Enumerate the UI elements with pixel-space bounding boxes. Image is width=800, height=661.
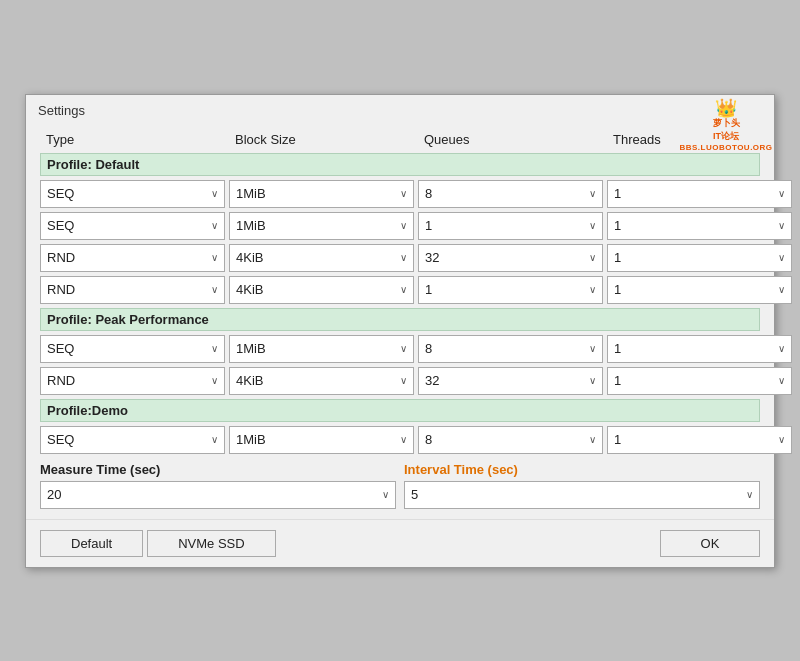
button-row: Default NVMe SSD OK (26, 519, 774, 567)
queues-dropdown-demo1[interactable]: 8∨ (418, 426, 603, 454)
blocksize-dropdown-d3[interactable]: 4KiB∨ (229, 244, 414, 272)
type-dropdown-d2[interactable]: SEQ∨ (40, 212, 225, 240)
chevron-down-icon: ∨ (400, 252, 407, 263)
profile-default-label: Profile: Default (40, 153, 760, 176)
table-row: RND∨ 4KiB∨ 32∨ 1∨ (40, 244, 760, 272)
interval-time-group: Interval Time (sec) 5 ∨ (404, 462, 760, 509)
button-spacer (280, 530, 656, 557)
chevron-down-icon: ∨ (778, 188, 785, 199)
profile-demo-section: Profile:Demo SEQ∨ 1MiB∨ 8∨ 1∨ (40, 399, 760, 454)
table-row: RND∨ 4KiB∨ 32∨ 1∨ (40, 367, 760, 395)
chevron-down-icon: ∨ (400, 343, 407, 354)
time-settings: Measure Time (sec) 20 ∨ Interval Time (s… (40, 462, 760, 509)
chevron-down-icon: ∨ (589, 284, 596, 295)
table-row: SEQ∨ 1MiB∨ 8∨ 1∨ (40, 426, 760, 454)
threads-dropdown-d1[interactable]: 1∨ (607, 180, 792, 208)
chevron-down-icon: ∨ (589, 343, 596, 354)
interval-time-dropdown[interactable]: 5 ∨ (404, 481, 760, 509)
chevron-down-icon: ∨ (589, 375, 596, 386)
table-row: RND∨ 4KiB∨ 1∨ 1∨ (40, 276, 760, 304)
table-row: SEQ∨ 1MiB∨ 8∨ 1∨ (40, 180, 760, 208)
threads-dropdown-d3[interactable]: 1∨ (607, 244, 792, 272)
queues-dropdown-d4[interactable]: 1∨ (418, 276, 603, 304)
chevron-down-icon: ∨ (382, 489, 389, 500)
settings-dialog: Settings 👑 萝卜头IT论坛 BBS.LUOBOTOU.ORG Type… (25, 94, 775, 568)
measure-time-group: Measure Time (sec) 20 ∨ (40, 462, 396, 509)
blocksize-dropdown-p2[interactable]: 4KiB∨ (229, 367, 414, 395)
measure-time-value: 20 (47, 487, 61, 502)
threads-dropdown-demo1[interactable]: 1∨ (607, 426, 792, 454)
blocksize-dropdown-d1[interactable]: 1MiB∨ (229, 180, 414, 208)
table-row: SEQ∨ 1MiB∨ 8∨ 1∨ (40, 335, 760, 363)
chevron-down-icon: ∨ (211, 434, 218, 445)
blocksize-dropdown-d4[interactable]: 4KiB∨ (229, 276, 414, 304)
type-dropdown-p1[interactable]: SEQ∨ (40, 335, 225, 363)
column-headers: Type Block Size Queues Threads (40, 132, 760, 147)
type-dropdown-demo1[interactable]: SEQ∨ (40, 426, 225, 454)
chevron-down-icon: ∨ (589, 434, 596, 445)
chevron-down-icon: ∨ (211, 284, 218, 295)
chevron-down-icon: ∨ (400, 188, 407, 199)
chevron-down-icon: ∨ (211, 252, 218, 263)
profile-default-section: Profile: Default SEQ∨ 1MiB∨ 8∨ 1∨ SEQ∨ 1… (40, 153, 760, 304)
profile-peak-label: Profile: Peak Performance (40, 308, 760, 331)
blocksize-dropdown-d2[interactable]: 1MiB∨ (229, 212, 414, 240)
ok-button[interactable]: OK (660, 530, 760, 557)
chevron-down-icon: ∨ (778, 220, 785, 231)
chevron-down-icon: ∨ (778, 434, 785, 445)
watermark-name: 萝卜头IT论坛 (713, 117, 740, 143)
chevron-down-icon: ∨ (589, 252, 596, 263)
chevron-down-icon: ∨ (400, 434, 407, 445)
col-block-size: Block Size (231, 132, 416, 147)
chevron-down-icon: ∨ (778, 375, 785, 386)
watermark: 👑 萝卜头IT论坛 BBS.LUOBOTOU.ORG (686, 99, 766, 149)
table-row: SEQ∨ 1MiB∨ 1∨ 1∨ (40, 212, 760, 240)
profile-demo-label: Profile:Demo (40, 399, 760, 422)
measure-time-dropdown[interactable]: 20 ∨ (40, 481, 396, 509)
type-dropdown-d3[interactable]: RND∨ (40, 244, 225, 272)
interval-time-label: Interval Time (sec) (404, 462, 760, 477)
queues-dropdown-p1[interactable]: 8∨ (418, 335, 603, 363)
chevron-down-icon: ∨ (211, 343, 218, 354)
blocksize-dropdown-demo1[interactable]: 1MiB∨ (229, 426, 414, 454)
nvme-ssd-button[interactable]: NVMe SSD (147, 530, 275, 557)
dialog-title: Settings (38, 103, 85, 118)
chevron-down-icon: ∨ (778, 343, 785, 354)
chevron-down-icon: ∨ (589, 188, 596, 199)
chevron-down-icon: ∨ (778, 252, 785, 263)
threads-dropdown-p1[interactable]: 1∨ (607, 335, 792, 363)
queues-dropdown-d3[interactable]: 32∨ (418, 244, 603, 272)
chevron-down-icon: ∨ (400, 220, 407, 231)
chevron-down-icon: ∨ (211, 375, 218, 386)
queues-dropdown-p2[interactable]: 32∨ (418, 367, 603, 395)
threads-dropdown-d2[interactable]: 1∨ (607, 212, 792, 240)
watermark-url: BBS.LUOBOTOU.ORG (679, 143, 772, 152)
queues-dropdown-d1[interactable]: 8∨ (418, 180, 603, 208)
content-area: Type Block Size Queues Threads Profile: … (26, 122, 774, 519)
interval-time-value: 5 (411, 487, 418, 502)
type-dropdown-d1[interactable]: SEQ∨ (40, 180, 225, 208)
chevron-down-icon: ∨ (746, 489, 753, 500)
watermark-crown: 👑 (715, 99, 737, 117)
chevron-down-icon: ∨ (400, 284, 407, 295)
type-dropdown-p2[interactable]: RND∨ (40, 367, 225, 395)
chevron-down-icon: ∨ (400, 375, 407, 386)
chevron-down-icon: ∨ (778, 284, 785, 295)
threads-dropdown-d4[interactable]: 1∨ (607, 276, 792, 304)
chevron-down-icon: ∨ (211, 220, 218, 231)
default-button[interactable]: Default (40, 530, 143, 557)
type-dropdown-d4[interactable]: RND∨ (40, 276, 225, 304)
col-queues: Queues (420, 132, 605, 147)
profile-peak-section: Profile: Peak Performance SEQ∨ 1MiB∨ 8∨ … (40, 308, 760, 395)
blocksize-dropdown-p1[interactable]: 1MiB∨ (229, 335, 414, 363)
chevron-down-icon: ∨ (211, 188, 218, 199)
title-bar: Settings 👑 萝卜头IT论坛 BBS.LUOBOTOU.ORG (26, 95, 774, 122)
col-type: Type (42, 132, 227, 147)
queues-dropdown-d2[interactable]: 1∨ (418, 212, 603, 240)
measure-time-label: Measure Time (sec) (40, 462, 396, 477)
threads-dropdown-p2[interactable]: 1∨ (607, 367, 792, 395)
chevron-down-icon: ∨ (589, 220, 596, 231)
